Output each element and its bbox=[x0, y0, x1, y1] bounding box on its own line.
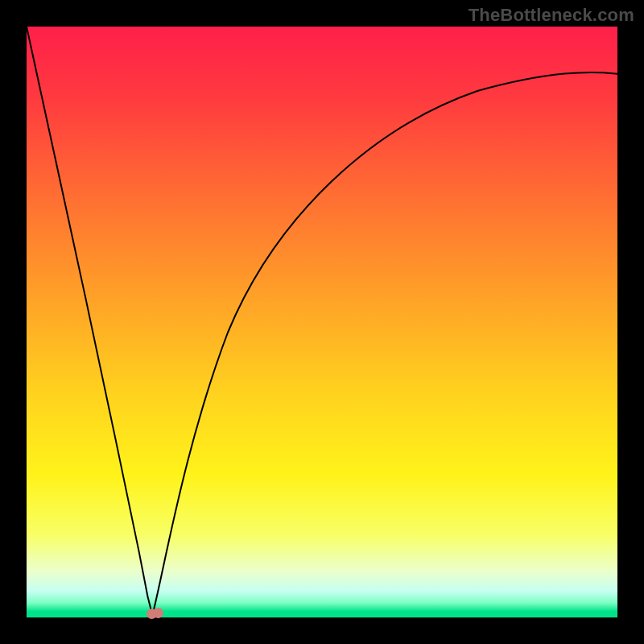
chart-frame: TheBottleneck.com bbox=[0, 0, 644, 644]
gradient-plot bbox=[27, 27, 617, 617]
watermark-text: TheBottleneck.com bbox=[469, 5, 634, 26]
plot-background bbox=[27, 27, 617, 617]
